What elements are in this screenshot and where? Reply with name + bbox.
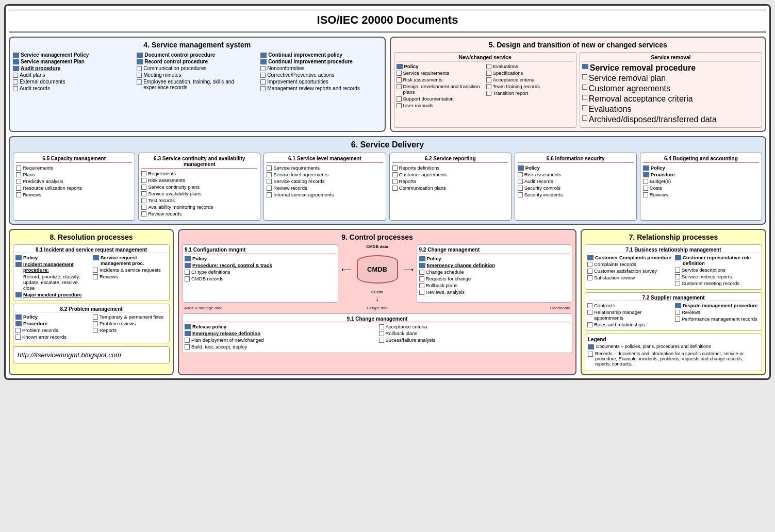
list-item: Service continuity plans (141, 184, 257, 190)
config-box: 9.1 Configuration mngmt PolicyProcedure:… (182, 244, 338, 303)
list-item: Reports definitions (392, 165, 508, 171)
item-text: Customer agreements (399, 172, 448, 177)
item-text: Removal acceptance criteria (589, 94, 693, 104)
doc-icon (518, 165, 524, 171)
item-text: Service metrics reports (682, 274, 732, 279)
checkbox-icon (141, 185, 146, 190)
checkbox-icon (16, 192, 21, 197)
list-item: Temporary & permanent fixes (93, 314, 167, 320)
checkbox-icon (587, 275, 592, 280)
bottom-row: 8. Resolution processes 8.1 Incident and… (9, 229, 766, 375)
change-title: 9.2 Change management (419, 247, 570, 254)
section-4: 4. Service management system Service man… (9, 37, 386, 132)
item-text: Reviews, analysis (426, 289, 465, 295)
service-delivery-box-title: 6.1 Service level management (267, 156, 383, 163)
checkbox-icon (260, 73, 266, 78)
list-item: Rollback plans (419, 282, 570, 288)
checkbox-icon (397, 77, 402, 82)
list-item: Evaluations (582, 105, 760, 114)
item-text: Corrective/Preventive actions (267, 72, 334, 78)
list-item: Service availability plans (141, 191, 257, 196)
checkbox-icon (185, 338, 190, 343)
checkbox-icon (582, 105, 587, 110)
list-item: Service management Plan (13, 59, 134, 64)
list-item: Reviews (16, 192, 132, 197)
doc-icon (185, 263, 191, 268)
item-text: Audit plans (20, 72, 45, 78)
list-item: Reviews (93, 274, 167, 279)
item-text: Emergency change definition (427, 262, 496, 268)
item-text: Audit records (20, 86, 50, 91)
list-item: Customer meeting records (675, 280, 760, 286)
config-title: 9.1 Configuration mngmt (185, 247, 336, 254)
doc-icon (137, 53, 143, 58)
checkbox-icon (518, 172, 523, 177)
item-text: Design, development and transition plans (403, 84, 484, 95)
item-text: Service requirements (403, 70, 450, 76)
item-text: Reviews (682, 309, 700, 315)
item-text: Service management Plan (21, 59, 85, 64)
section4-col2: Document control procedureRecord control… (137, 52, 257, 92)
item-text: Service level agreements (273, 172, 328, 177)
checkbox-icon (587, 303, 592, 308)
item-text: User manuals (403, 103, 434, 108)
list-item: Change schedule (419, 269, 570, 275)
section-9: 9. Control processes 9.1 Configuration m… (178, 229, 576, 375)
item-text: Audit records (524, 178, 553, 184)
doc-icon (419, 263, 425, 268)
list-item: Reports (392, 178, 508, 184)
list-item: Communication procedures (137, 65, 257, 71)
list-item: Service requirements (397, 70, 484, 76)
list-item: Policy (419, 256, 570, 261)
section-8-title: 8. Resolution processes (13, 233, 170, 241)
list-item: Evaluations (486, 63, 574, 69)
item-text: Change schedule (426, 269, 464, 275)
list-item: Major incident procedure (15, 292, 90, 297)
list-item: Contracts (587, 303, 672, 308)
item-text: Service removal procedure (590, 63, 696, 73)
list-item: Nonconformities (260, 65, 381, 71)
list-item: Risk assessments (397, 77, 484, 82)
list-item: Improvement opportunities (260, 79, 381, 85)
list-item: Policy (518, 165, 634, 171)
problem-inner: PolicyProcedureProblem recordsKnown erro… (15, 314, 167, 341)
list-item: Costs (643, 185, 759, 191)
checkbox-icon (137, 79, 142, 85)
item-text: Performance management records (682, 316, 757, 322)
list-item: Reviews (643, 192, 759, 197)
cmdb-label: CMDB (367, 265, 387, 273)
item-text: CMDB records (191, 276, 223, 281)
list-item: Communication plans (392, 185, 508, 191)
service-delivery-box: 6.3 Service continuity and availability … (138, 153, 260, 221)
checkbox-icon (518, 192, 523, 197)
section-7-title: 7. Relationship processes (585, 233, 762, 241)
checkbox-icon (486, 91, 491, 96)
list-item: Dispute management procedure (675, 303, 760, 308)
service-delivery-box-title: 6.5 Capacity management (16, 156, 132, 163)
list-item: Management review reports and records (260, 86, 381, 91)
checkbox-icon (643, 186, 648, 191)
problem-col2: Temporary & permanent fixesProblem revie… (93, 314, 167, 341)
checkbox-icon (379, 338, 384, 343)
item-text: Known error records (22, 334, 67, 340)
doc-icon (185, 256, 191, 261)
item-text: Service availability plans (148, 191, 202, 196)
checkbox-icon (267, 165, 272, 171)
checkbox-icon (137, 66, 142, 71)
arrow-right-top: ⟶ (403, 265, 414, 274)
item-text: Policy (404, 63, 419, 69)
list-item: Roles and relationships (587, 322, 672, 327)
item-text: Meeting minutes (143, 72, 181, 78)
item-text: Review records (148, 211, 182, 217)
checkbox-icon (267, 179, 272, 184)
list-item: Audit records (13, 86, 134, 91)
list-item: Build, test, accept, deploy (185, 344, 376, 350)
list-item: Budget(s) (643, 178, 759, 184)
list-item: Plan deployment of new/changed (185, 337, 376, 343)
checkbox-icon (397, 103, 402, 108)
checkbox-icon (486, 64, 491, 69)
item-text: Plans (23, 172, 35, 177)
item-text: Acceptance criteria (493, 77, 535, 82)
item-text: Requests for change (426, 276, 471, 281)
checkbox-icon (419, 270, 424, 275)
